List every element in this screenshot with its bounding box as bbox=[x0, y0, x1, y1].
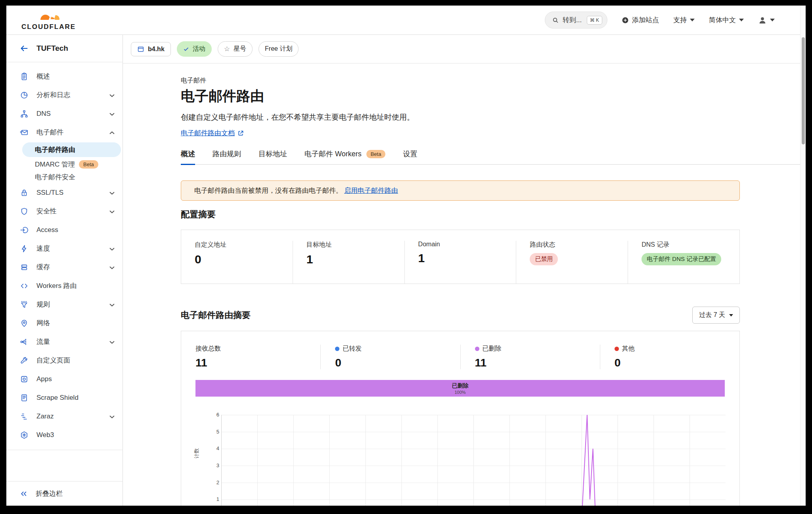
shield-icon bbox=[20, 207, 29, 216]
summary-total-label: 其他 bbox=[622, 345, 635, 353]
scrollbar-thumb[interactable] bbox=[802, 37, 805, 144]
sidebar-nav: 概述分析和日志DNS电子邮件电子邮件路由DMARC 管理Beta电子邮件安全SS… bbox=[6, 62, 123, 444]
sidebar-item-概述[interactable]: 概述 bbox=[6, 67, 123, 86]
distribution-bar: 已删除 100% bbox=[195, 380, 725, 397]
summary-total-label: 已删除 bbox=[483, 345, 502, 353]
distribution-bar-percent: 100% bbox=[454, 390, 465, 395]
external-link-icon bbox=[237, 130, 244, 136]
y-axis-tick: 3 bbox=[207, 462, 219, 468]
cloudflare-logo[interactable]: CLOUDFLARE bbox=[21, 10, 76, 31]
star-button[interactable]: ☆ 星号 bbox=[218, 41, 253, 57]
config-stat-label: 路由状态 bbox=[530, 241, 628, 249]
main-panel: b4.hk 活动 ☆ 星号 Free 计划 电子邮件 电子邮件路由 创建自定义电… bbox=[123, 35, 800, 506]
global-search-input[interactable]: 转到... ⌘ K bbox=[545, 12, 607, 29]
sidebar-item-SSL/TLS[interactable]: SSL/TLS bbox=[6, 183, 123, 202]
tab-目标地址[interactable]: 目标地址 bbox=[259, 149, 287, 165]
email-routing-chart: 计数 6543210 bbox=[181, 415, 739, 506]
y-axis-tick: 6 bbox=[207, 412, 219, 418]
page-title: 电子邮件路由 bbox=[181, 87, 800, 105]
beta-badge: Beta bbox=[79, 160, 98, 169]
back-arrow-icon[interactable] bbox=[20, 44, 29, 53]
y-axis-tick: 4 bbox=[207, 445, 219, 451]
collapse-sidebar-button[interactable]: 折叠边栏 bbox=[6, 481, 123, 506]
page-description: 创建自定义电子邮件地址，在您不希望共享主要电子邮件地址时使用。 bbox=[181, 112, 800, 123]
domain-chip[interactable]: b4.hk bbox=[131, 42, 171, 56]
sidebar-item-规则[interactable]: 规则 bbox=[6, 295, 123, 314]
config-summary-title: 配置摘要 bbox=[181, 209, 800, 221]
y-axis-tick: 2 bbox=[207, 479, 219, 485]
sidebar-item-缓存[interactable]: 缓存 bbox=[6, 258, 123, 276]
config-stat-DNS 记录: DNS 记录电子邮件 DNS 记录已配置 bbox=[628, 241, 739, 284]
docs-link[interactable]: 电子邮件路由文档 bbox=[181, 128, 235, 138]
tab-label: 电子邮件 Workers bbox=[304, 149, 362, 159]
dns-icon bbox=[20, 109, 29, 118]
status-badge: 活动 bbox=[177, 41, 212, 57]
sidebar-subitem-label: 电子邮件安全 bbox=[35, 173, 75, 182]
sidebar-item-电子邮件[interactable]: 电子邮件 bbox=[6, 123, 123, 142]
language-menu[interactable]: 简体中文 bbox=[709, 15, 744, 25]
legend-dot bbox=[335, 347, 339, 351]
sidebar-subitem-DMARC 管理[interactable]: DMARC 管理Beta bbox=[6, 158, 123, 171]
sidebar-item-Access[interactable]: Access bbox=[6, 221, 123, 239]
summary-total-label: 接收总数 bbox=[195, 345, 221, 353]
plan-badge[interactable]: Free 计划 bbox=[259, 41, 299, 57]
sidebar-item-label: 规则 bbox=[36, 300, 50, 309]
sidebar-subitem-电子邮件安全[interactable]: 电子邮件安全 bbox=[6, 171, 123, 183]
search-icon bbox=[552, 17, 559, 23]
sidebar-item-速度[interactable]: 速度 bbox=[6, 239, 123, 258]
routing-summary-title: 电子邮件路由摘要 bbox=[181, 309, 251, 321]
browser-window-icon bbox=[137, 46, 144, 53]
sidebar-item-Scrape Shield[interactable]: Scrape Shield bbox=[6, 388, 123, 407]
analytics-icon bbox=[20, 91, 29, 100]
sidebar-item-label: 分析和日志 bbox=[36, 90, 70, 100]
sidebar-item-网络[interactable]: 网络 bbox=[6, 314, 123, 332]
y-axis-tick: 1 bbox=[207, 496, 219, 502]
chevron-down-icon bbox=[109, 301, 115, 308]
sidebar-item-label: SSL/TLS bbox=[36, 189, 63, 197]
summary-total-其他: 其他0 bbox=[600, 345, 739, 369]
chevron-down-icon bbox=[739, 19, 744, 21]
account-name[interactable]: TUFTech bbox=[36, 44, 68, 53]
sidebar-subitem-label: 电子邮件路由 bbox=[35, 145, 75, 154]
tab-设置[interactable]: 设置 bbox=[403, 149, 417, 165]
tab-电子邮件 Workers[interactable]: 电子邮件 WorkersBeta bbox=[304, 149, 385, 165]
page-scrollbar[interactable] bbox=[800, 6, 806, 506]
sidebar-item-DNS[interactable]: DNS bbox=[6, 104, 123, 123]
tab-概述[interactable]: 概述 bbox=[181, 149, 195, 165]
support-menu[interactable]: 支持 bbox=[673, 15, 695, 25]
distribution-bar-label: 已删除 bbox=[452, 382, 469, 389]
sidebar-item-label: DNS bbox=[36, 110, 51, 118]
y-axis-label: 计数 bbox=[193, 448, 200, 458]
add-site-button[interactable]: 添加站点 bbox=[622, 15, 659, 25]
account-menu[interactable] bbox=[758, 16, 775, 25]
enable-email-routing-link[interactable]: 启用电子邮件路由 bbox=[344, 186, 398, 195]
top-header: CLOUDFLARE 转到... ⌘ K 添加站点 支持 简体中文 bbox=[6, 6, 806, 35]
tab-label: 概述 bbox=[181, 149, 195, 159]
sidebar-item-分析和日志[interactable]: 分析和日志 bbox=[6, 86, 123, 104]
sidebar-item-label: 安全性 bbox=[36, 207, 57, 216]
tab-label: 设置 bbox=[403, 149, 417, 159]
sidebar-item-自定义页面[interactable]: 自定义页面 bbox=[6, 351, 123, 370]
config-summary-card: 自定义地址0目标地址1Domain1路由状态已禁用DNS 记录电子邮件 DNS … bbox=[181, 230, 740, 284]
sidebar-item-Apps[interactable]: Apps bbox=[6, 370, 123, 388]
config-stat-目标地址: 目标地址1 bbox=[293, 241, 404, 284]
sidebar-item-label: 缓存 bbox=[36, 263, 50, 272]
tab-label: 路由规则 bbox=[213, 149, 241, 159]
page-overline: 电子邮件 bbox=[181, 77, 800, 85]
config-stat-label: DNS 记录 bbox=[642, 241, 739, 249]
tab-路由规则[interactable]: 路由规则 bbox=[213, 149, 241, 165]
time-range-dropdown[interactable]: 过去 7 天 bbox=[692, 307, 740, 324]
sidebar-subitem-电子邮件路由[interactable]: 电子邮件路由 bbox=[22, 142, 121, 157]
sidebar-item-Zaraz[interactable]: Zaraz bbox=[6, 407, 123, 426]
sidebar-item-Workers 路由[interactable]: Workers 路由 bbox=[6, 276, 123, 295]
config-stat-label: Domain bbox=[418, 241, 516, 248]
sidebar-item-安全性[interactable]: 安全性 bbox=[6, 202, 123, 221]
legend-dot bbox=[615, 347, 619, 351]
chevron-down-icon bbox=[109, 189, 115, 196]
zaraz-icon bbox=[20, 412, 29, 421]
sidebar-item-流量[interactable]: 流量 bbox=[6, 332, 123, 351]
sidebar-item-Web3[interactable]: Web3 bbox=[6, 426, 123, 444]
summary-total-value: 11 bbox=[475, 357, 600, 369]
summary-total-value: 0 bbox=[335, 357, 460, 369]
config-stat-Domain: Domain1 bbox=[404, 241, 516, 284]
